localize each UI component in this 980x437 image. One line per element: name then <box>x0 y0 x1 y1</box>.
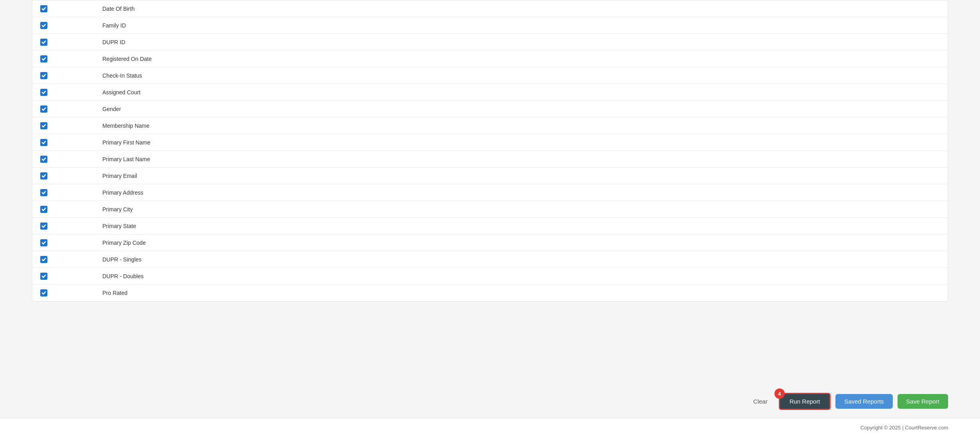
field-checkbox[interactable] <box>40 22 47 29</box>
table-row: Date Of Birth <box>32 0 948 17</box>
field-checkbox[interactable] <box>40 273 47 280</box>
table-row: Pro Rated <box>32 285 948 301</box>
table-row: Registered On Date <box>32 51 948 67</box>
badge-count: 4 <box>774 388 785 399</box>
field-label: Primary Address <box>96 186 948 199</box>
field-label: Registered On Date <box>96 53 948 65</box>
field-label: Membership Name <box>96 119 948 132</box>
field-checkbox[interactable] <box>40 206 47 213</box>
clear-button[interactable]: Clear <box>747 395 774 408</box>
field-label: Primary Last Name <box>96 153 948 166</box>
field-checkbox[interactable] <box>40 256 47 263</box>
field-checkbox[interactable] <box>40 222 47 230</box>
field-checkbox[interactable] <box>40 72 47 79</box>
table-row: Check-In Status <box>32 67 948 84</box>
field-label: Family ID <box>96 19 948 32</box>
table-row: Primary Zip Code <box>32 234 948 251</box>
table-row: DUPR - Doubles <box>32 268 948 285</box>
field-checkbox[interactable] <box>40 289 47 297</box>
field-checkbox[interactable] <box>40 156 47 163</box>
field-label: DUPR - Doubles <box>96 270 948 283</box>
field-label: DUPR - Singles <box>96 253 948 266</box>
field-checkbox[interactable] <box>40 122 47 129</box>
table-row: Gender <box>32 101 948 117</box>
table-row: Assigned Court <box>32 84 948 101</box>
table-row: Primary Address <box>32 184 948 201</box>
field-label: Check-In Status <box>96 69 948 82</box>
table-row: Primary City <box>32 201 948 218</box>
field-label: Pro Rated <box>96 287 948 299</box>
field-label: Date Of Birth <box>96 2 948 15</box>
footer-copyright: Copyright © 2025 | CourtReserve.com <box>860 425 948 431</box>
field-label: Gender <box>96 103 948 115</box>
run-report-button[interactable]: 4 Run Report <box>779 393 831 410</box>
table-row: DUPR ID <box>32 34 948 51</box>
field-checkbox[interactable] <box>40 189 47 196</box>
table-row: Membership Name <box>32 117 948 134</box>
table-row: Family ID <box>32 17 948 34</box>
table-row: Primary Email <box>32 168 948 184</box>
saved-reports-button[interactable]: Saved Reports <box>835 394 892 409</box>
table-row: DUPR - Singles <box>32 251 948 268</box>
fields-table: Date Of BirthFamily IDDUPR IDRegistered … <box>32 0 948 302</box>
field-label: DUPR ID <box>96 36 948 49</box>
field-checkbox[interactable] <box>40 55 47 62</box>
field-label: Primary State <box>96 220 948 232</box>
table-row: Primary Last Name <box>32 151 948 168</box>
field-checkbox[interactable] <box>40 105 47 113</box>
field-checkbox[interactable] <box>40 172 47 179</box>
field-label: Primary First Name <box>96 136 948 149</box>
save-report-button[interactable]: Save Report <box>898 394 948 409</box>
field-label: Primary Email <box>96 170 948 182</box>
field-label: Assigned Court <box>96 86 948 99</box>
field-checkbox[interactable] <box>40 5 47 12</box>
footer: Copyright © 2025 | CourtReserve.com <box>0 418 980 437</box>
table-row: Primary State <box>32 218 948 234</box>
run-report-label: Run Report <box>790 398 820 405</box>
table-row: Primary First Name <box>32 134 948 151</box>
field-checkbox[interactable] <box>40 239 47 246</box>
field-label: Primary Zip Code <box>96 236 948 249</box>
field-label: Primary City <box>96 203 948 216</box>
field-checkbox[interactable] <box>40 39 47 46</box>
action-bar: Clear 4 Run Report Saved Reports Save Re… <box>0 385 980 418</box>
field-checkbox[interactable] <box>40 89 47 96</box>
field-checkbox[interactable] <box>40 139 47 146</box>
